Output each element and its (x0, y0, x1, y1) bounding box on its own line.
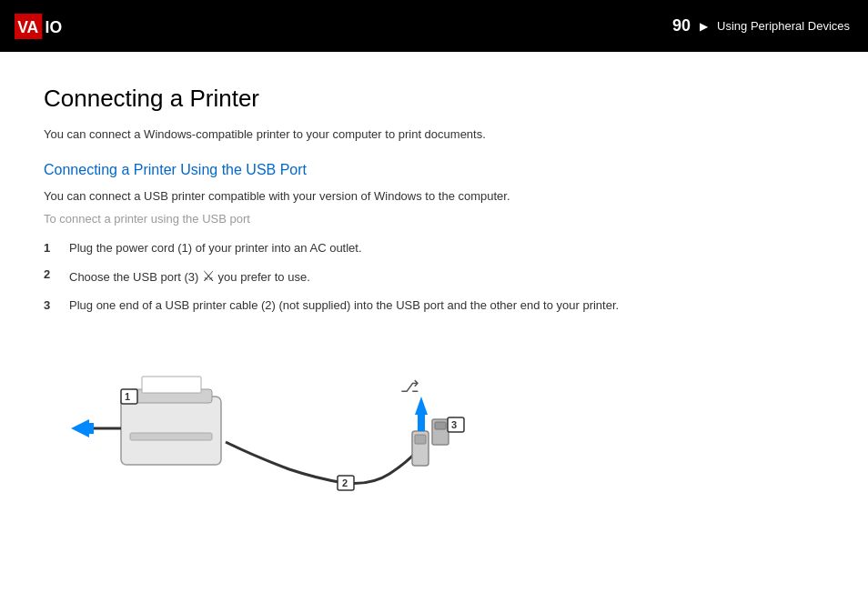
svg-text:3: 3 (451, 419, 457, 430)
usb-connection-diagram: 1 ⎇ 2 3 (44, 333, 499, 515)
step-1-number: 1 (44, 239, 69, 257)
step-3-text: Plug one end of a USB printer cable (2) … (69, 296, 824, 315)
svg-text:IO: IO (45, 17, 63, 35)
vaio-logo: VA IO (15, 14, 95, 39)
svg-rect-5 (142, 377, 201, 393)
intro-paragraph: You can connect a Windows-compatible pri… (44, 126, 824, 144)
svg-rect-6 (130, 433, 212, 440)
svg-rect-3 (121, 397, 221, 465)
svg-rect-10 (89, 423, 94, 434)
svg-marker-9 (71, 419, 89, 437)
diagram: 1 ⎇ 2 3 (44, 333, 499, 515)
svg-text:1: 1 (125, 391, 130, 402)
svg-rect-14 (415, 435, 426, 444)
main-content: Connecting a Printer You can connect a W… (0, 52, 868, 542)
step-2-number: 2 (44, 266, 69, 284)
section-title: Connecting a Printer Using the USB Port (44, 162, 824, 178)
page-number: 90 (672, 16, 691, 35)
step-2-text: Choose the USB port (3) ⚔ you prefer to … (69, 266, 824, 287)
step-2: 2 Choose the USB port (3) ⚔ you prefer t… (44, 266, 824, 287)
procedure-title: To connect a printer using the USB port (44, 210, 824, 228)
section-intro: You can connect a USB printer compatible… (44, 187, 824, 206)
step-3-number: 3 (44, 296, 69, 315)
svg-marker-15 (415, 397, 428, 415)
svg-text:VA: VA (17, 17, 38, 35)
step-3: 3 Plug one end of a USB printer cable (2… (44, 296, 824, 315)
header-title: Using Peripheral Devices (717, 19, 850, 33)
step-1: 1 Plug the power cord (1) of your printe… (44, 239, 824, 257)
steps-list: 1 Plug the power cord (1) of your printe… (44, 239, 824, 315)
header-right: 90 ▶ Using Peripheral Devices (672, 16, 850, 35)
svg-text:2: 2 (342, 477, 348, 488)
svg-text:⎇: ⎇ (400, 377, 419, 396)
page-title: Connecting a Printer (44, 85, 824, 113)
header: VA IO 90 ▶ Using Peripheral Devices (0, 0, 868, 52)
svg-rect-16 (418, 415, 425, 431)
step-1-text: Plug the power cord (1) of your printer … (69, 239, 824, 257)
svg-rect-19 (435, 422, 446, 429)
chevron-right-icon: ▶ (700, 20, 708, 33)
